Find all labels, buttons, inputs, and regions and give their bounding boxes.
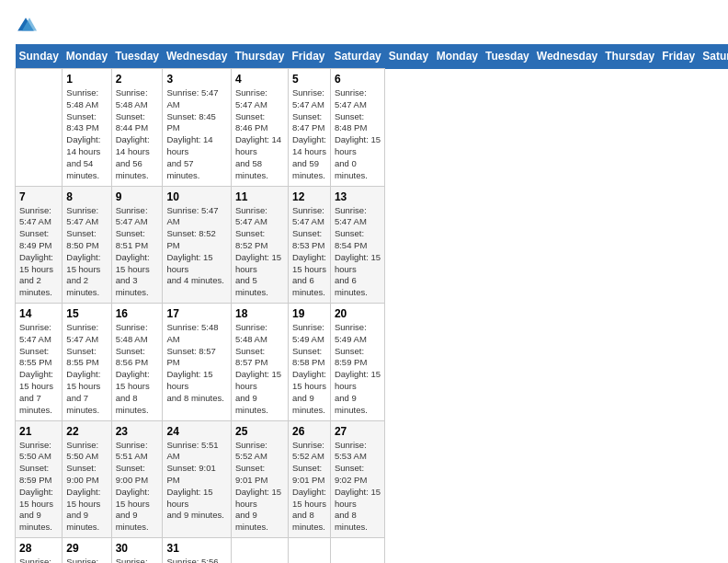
day-number: 22: [66, 425, 107, 438]
calendar-cell: 19Sunrise: 5:49 AM Sunset: 8:58 PM Dayli…: [288, 304, 330, 421]
day-info: Sunrise: 5:56 AM Sunset: 9:03 PM Dayligh…: [166, 557, 226, 563]
logo-icon: [15, 15, 37, 37]
day-number: 25: [235, 425, 284, 438]
day-info: Sunrise: 5:47 AM Sunset: 8:51 PM Dayligh…: [116, 205, 159, 300]
day-info: Sunrise: 5:50 AM Sunset: 8:59 PM Dayligh…: [19, 440, 58, 534]
day-number: 24: [166, 425, 226, 438]
calendar-cell: 1Sunrise: 5:48 AM Sunset: 8:43 PM Daylig…: [63, 69, 111, 187]
day-number: 8: [66, 190, 107, 203]
calendar-cell: 15Sunrise: 5:47 AM Sunset: 8:55 PM Dayli…: [63, 304, 111, 421]
day-info: Sunrise: 5:54 AM Sunset: 9:02 PM Dayligh…: [19, 557, 58, 563]
column-header-thursday: Thursday: [601, 44, 658, 69]
day-info: Sunrise: 5:47 AM Sunset: 8:54 PM Dayligh…: [335, 205, 381, 300]
calendar-week-row: 1Sunrise: 5:48 AM Sunset: 8:43 PM Daylig…: [16, 69, 729, 187]
day-info: Sunrise: 5:49 AM Sunset: 8:58 PM Dayligh…: [292, 322, 326, 417]
day-info: Sunrise: 5:52 AM Sunset: 9:01 PM Dayligh…: [292, 440, 326, 534]
day-info: Sunrise: 5:47 AM Sunset: 8:55 PM Dayligh…: [66, 322, 107, 417]
day-info: Sunrise: 5:48 AM Sunset: 8:43 PM Dayligh…: [66, 87, 107, 182]
day-number: 19: [292, 307, 326, 320]
calendar-cell: 5Sunrise: 5:47 AM Sunset: 8:47 PM Daylig…: [288, 69, 330, 187]
day-number: 11: [235, 190, 284, 203]
day-info: Sunrise: 5:48 AM Sunset: 8:44 PM Dayligh…: [116, 87, 159, 182]
calendar-week-row: 28Sunrise: 5:54 AM Sunset: 9:02 PM Dayli…: [16, 538, 729, 564]
calendar-cell: 11Sunrise: 5:47 AM Sunset: 8:52 PM Dayli…: [231, 186, 288, 304]
column-header-monday: Monday: [433, 44, 482, 69]
day-info: Sunrise: 5:52 AM Sunset: 9:01 PM Dayligh…: [235, 440, 284, 534]
day-info: Sunrise: 5:48 AM Sunset: 8:57 PM Dayligh…: [166, 322, 226, 405]
day-number: 28: [19, 542, 58, 555]
day-number: 16: [116, 307, 159, 320]
calendar-week-row: 21Sunrise: 5:50 AM Sunset: 8:59 PM Dayli…: [16, 420, 729, 538]
day-number: 18: [235, 307, 284, 320]
day-info: Sunrise: 5:47 AM Sunset: 8:45 PM Dayligh…: [166, 87, 226, 182]
calendar-cell: [16, 69, 63, 187]
day-number: 27: [335, 425, 381, 438]
column-header-wednesday: Wednesday: [533, 44, 601, 69]
column-header-saturday: Saturday: [699, 44, 728, 69]
calendar-cell: 7Sunrise: 5:47 AM Sunset: 8:49 PM Daylig…: [16, 186, 63, 304]
day-number: 26: [292, 425, 326, 438]
day-number: 13: [335, 190, 381, 203]
calendar-cell: 31Sunrise: 5:56 AM Sunset: 9:03 PM Dayli…: [163, 538, 231, 564]
day-number: 20: [335, 307, 381, 320]
day-info: Sunrise: 5:55 AM Sunset: 9:02 PM Dayligh…: [116, 557, 159, 563]
calendar-cell: 9Sunrise: 5:47 AM Sunset: 8:51 PM Daylig…: [111, 186, 163, 304]
calendar-cell: 24Sunrise: 5:51 AM Sunset: 9:01 PM Dayli…: [163, 420, 231, 538]
day-info: Sunrise: 5:49 AM Sunset: 8:59 PM Dayligh…: [335, 322, 381, 417]
day-number: 12: [292, 190, 326, 203]
day-info: Sunrise: 5:47 AM Sunset: 8:55 PM Dayligh…: [19, 322, 58, 417]
column-header-monday: Monday: [63, 44, 111, 69]
day-info: Sunrise: 5:47 AM Sunset: 8:48 PM Dayligh…: [335, 87, 381, 182]
day-number: 30: [116, 542, 159, 555]
day-info: Sunrise: 5:51 AM Sunset: 9:00 PM Dayligh…: [116, 440, 159, 534]
calendar-cell: 23Sunrise: 5:51 AM Sunset: 9:00 PM Dayli…: [111, 420, 163, 538]
column-header-tuesday: Tuesday: [111, 44, 163, 69]
calendar-cell: 22Sunrise: 5:50 AM Sunset: 9:00 PM Dayli…: [63, 420, 111, 538]
day-number: 1: [66, 73, 107, 86]
calendar-cell: [330, 538, 384, 564]
calendar-cell: 16Sunrise: 5:48 AM Sunset: 8:56 PM Dayli…: [111, 304, 163, 421]
day-info: Sunrise: 5:47 AM Sunset: 8:49 PM Dayligh…: [19, 205, 58, 300]
day-info: Sunrise: 5:50 AM Sunset: 9:00 PM Dayligh…: [66, 440, 107, 534]
calendar-cell: 2Sunrise: 5:48 AM Sunset: 8:44 PM Daylig…: [111, 69, 163, 187]
calendar-cell: 13Sunrise: 5:47 AM Sunset: 8:54 PM Dayli…: [330, 186, 384, 304]
day-info: Sunrise: 5:48 AM Sunset: 8:56 PM Dayligh…: [116, 322, 159, 417]
day-number: 31: [166, 542, 226, 555]
day-info: Sunrise: 5:47 AM Sunset: 8:47 PM Dayligh…: [292, 87, 326, 182]
day-info: Sunrise: 5:47 AM Sunset: 8:53 PM Dayligh…: [292, 205, 326, 300]
calendar-cell: 25Sunrise: 5:52 AM Sunset: 9:01 PM Dayli…: [231, 420, 288, 538]
day-number: 4: [235, 73, 284, 86]
day-number: 5: [292, 73, 326, 86]
calendar-cell: 30Sunrise: 5:55 AM Sunset: 9:02 PM Dayli…: [111, 538, 163, 564]
column-header-friday: Friday: [288, 44, 330, 69]
calendar-cell: 12Sunrise: 5:47 AM Sunset: 8:53 PM Dayli…: [288, 186, 330, 304]
column-header-tuesday: Tuesday: [482, 44, 533, 69]
column-header-friday: Friday: [658, 44, 699, 69]
day-info: Sunrise: 5:47 AM Sunset: 8:50 PM Dayligh…: [66, 205, 107, 300]
day-number: 23: [116, 425, 159, 438]
day-info: Sunrise: 5:47 AM Sunset: 8:46 PM Dayligh…: [235, 87, 284, 182]
calendar-table: SundayMondayTuesdayWednesdayThursdayFrid…: [15, 44, 728, 563]
day-number: 9: [116, 190, 159, 203]
day-number: 17: [166, 307, 226, 320]
calendar-cell: 4Sunrise: 5:47 AM Sunset: 8:46 PM Daylig…: [231, 69, 288, 187]
page-header: [15, 15, 713, 37]
day-number: 21: [19, 425, 58, 438]
day-number: 29: [66, 542, 107, 555]
calendar-cell: 3Sunrise: 5:47 AM Sunset: 8:45 PM Daylig…: [163, 69, 231, 187]
calendar-cell: 14Sunrise: 5:47 AM Sunset: 8:55 PM Dayli…: [16, 304, 63, 421]
column-header-thursday: Thursday: [231, 44, 288, 69]
calendar-cell: 20Sunrise: 5:49 AM Sunset: 8:59 PM Dayli…: [330, 304, 384, 421]
calendar-week-row: 14Sunrise: 5:47 AM Sunset: 8:55 PM Dayli…: [16, 304, 729, 421]
day-info: Sunrise: 5:48 AM Sunset: 8:57 PM Dayligh…: [235, 322, 284, 417]
calendar-week-row: 7Sunrise: 5:47 AM Sunset: 8:49 PM Daylig…: [16, 186, 729, 304]
calendar-cell: 18Sunrise: 5:48 AM Sunset: 8:57 PM Dayli…: [231, 304, 288, 421]
column-header-sunday: Sunday: [16, 44, 63, 69]
calendar-cell: 27Sunrise: 5:53 AM Sunset: 9:02 PM Dayli…: [330, 420, 384, 538]
column-header-saturday: Saturday: [330, 44, 384, 69]
column-header-sunday: Sunday: [385, 44, 433, 69]
day-info: Sunrise: 5:55 AM Sunset: 9:02 PM Dayligh…: [66, 557, 107, 563]
day-info: Sunrise: 5:51 AM Sunset: 9:01 PM Dayligh…: [166, 440, 226, 523]
day-info: Sunrise: 5:47 AM Sunset: 8:52 PM Dayligh…: [166, 205, 226, 288]
calendar-cell: 10Sunrise: 5:47 AM Sunset: 8:52 PM Dayli…: [163, 186, 231, 304]
